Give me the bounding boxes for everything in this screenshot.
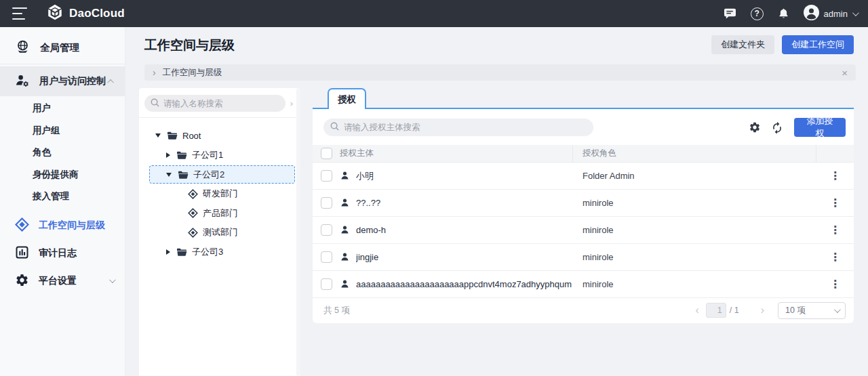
help-icon[interactable]: ?	[751, 7, 764, 20]
table-header-actions	[816, 145, 854, 162]
daocloud-cube-icon	[46, 3, 64, 24]
panel-toolbar: 添加授权	[313, 109, 854, 145]
tree-search-input[interactable]	[163, 99, 279, 108]
brand-name: DaoCloud	[69, 7, 125, 20]
page-size-select[interactable]: 10 项	[778, 302, 846, 319]
pagination: ‹ / 1 › 10 项	[692, 302, 846, 319]
tree-search-box[interactable]	[144, 95, 285, 112]
tree-node-root[interactable]: Root	[139, 126, 300, 146]
table-row[interactable]: 小明 Folder Admin ⋮	[313, 163, 854, 190]
tree-node-rd-department[interactable]: 研发部门	[139, 184, 300, 204]
workspace-diamond-icon	[188, 228, 198, 238]
tree-node-product-department[interactable]: 产品部门	[139, 204, 300, 224]
breadcrumb-item[interactable]: 工作空间与层级	[163, 67, 222, 79]
create-workspace-button[interactable]: 创建工作空间	[782, 35, 854, 54]
caret-down-icon[interactable]	[166, 173, 172, 177]
search-icon	[330, 121, 339, 133]
sidebar-item-workspace-hierarchy[interactable]: 工作空间与层级	[0, 212, 125, 239]
breadcrumb: › 工作空间与层级 ×	[144, 64, 856, 81]
divider	[0, 64, 125, 64]
sidebar-item-users[interactable]: 用户	[0, 98, 125, 120]
folder-icon	[178, 170, 189, 180]
table-row[interactable]: ??..?? minirole ⋮	[313, 190, 854, 217]
table-row[interactable]: demo-h minirole ⋮	[313, 217, 854, 244]
add-authorization-button[interactable]: 添加授权	[794, 118, 846, 137]
caret-down-icon[interactable]	[155, 133, 161, 138]
role-cell: minirole	[573, 217, 816, 243]
sidebar-item-identity-providers[interactable]: 身份提供商	[0, 164, 125, 186]
tree-node-test-department[interactable]: 测试部门	[139, 223, 300, 243]
brand-logo[interactable]: DaoCloud	[46, 3, 125, 24]
total-count: 共 5 项	[323, 305, 350, 316]
table-row[interactable]: jingjie minirole ⋮	[313, 244, 854, 271]
sidebar-item-user-groups[interactable]: 用户组	[0, 120, 125, 142]
topbar-right: ? admin	[724, 5, 868, 23]
header-buttons: 创建文件夹 创建工作空间	[711, 35, 854, 54]
column-label: 授权主体	[340, 148, 374, 159]
chevron-down-icon	[109, 276, 116, 283]
tree-node-subsidiary-2-selected[interactable]: 子公司2	[149, 165, 295, 184]
notifications-bell-icon[interactable]	[778, 7, 789, 20]
row-checkbox[interactable]	[321, 170, 332, 182]
tree-node-subsidiary-3[interactable]: 子公司3	[139, 243, 300, 262]
sidebar-item-platform-settings[interactable]: 平台设置	[0, 268, 125, 295]
hamburger-menu-icon[interactable]	[12, 7, 28, 20]
kebab-menu-icon[interactable]: ⋮	[830, 225, 841, 236]
scrollbar[interactable]	[296, 88, 300, 376]
sidebar-item-global-management[interactable]: 全局管理	[0, 33, 125, 62]
user-menu[interactable]: admin	[804, 5, 857, 23]
user-icon	[340, 198, 350, 208]
sidebar-item-roles[interactable]: 角色	[0, 142, 125, 164]
select-all-checkbox[interactable]	[321, 148, 332, 159]
hierarchy-tree: Root 子公司1 子公司2 研发部门	[139, 118, 300, 262]
tree-search-row: ›	[139, 88, 300, 117]
next-page-icon[interactable]: ›	[758, 304, 767, 316]
chevron-up-icon	[107, 79, 114, 85]
close-icon[interactable]: ×	[842, 68, 848, 78]
row-checkbox[interactable]	[321, 197, 332, 209]
tree-node-subsidiary-1[interactable]: 子公司1	[139, 146, 300, 165]
workspace-diamond-icon	[188, 208, 198, 218]
sidebar-item-users-access-control[interactable]: 用户与访问控制	[0, 66, 125, 96]
tree-node-label: 子公司3	[192, 246, 223, 258]
tree-node-label: 研发部门	[203, 188, 238, 200]
caret-right-icon[interactable]	[166, 152, 170, 158]
tree-node-label: 子公司1	[192, 149, 223, 161]
panel-tabs: 授权	[313, 88, 854, 109]
prev-page-icon[interactable]: ‹	[692, 304, 701, 316]
tab-authorization[interactable]: 授权	[328, 88, 366, 109]
sidebar-item-label: 审计日志	[39, 247, 77, 259]
avatar	[804, 5, 819, 23]
caret-right-icon[interactable]	[166, 249, 170, 255]
kebab-menu-icon[interactable]: ⋮	[830, 171, 841, 182]
row-checkbox[interactable]	[321, 251, 332, 263]
create-folder-button[interactable]: 创建文件夹	[711, 35, 774, 54]
kebab-menu-icon[interactable]: ⋮	[830, 279, 841, 290]
row-checkbox[interactable]	[321, 278, 332, 290]
user-icon	[340, 225, 350, 235]
role-cell: minirole	[573, 244, 816, 270]
kebab-menu-icon[interactable]: ⋮	[830, 252, 841, 263]
sidebar-item-audit-logs[interactable]: 审计日志	[0, 240, 125, 267]
kebab-menu-icon[interactable]: ⋮	[830, 198, 841, 209]
messages-icon[interactable]	[724, 8, 736, 20]
table-header-subject: 授权主体	[313, 145, 573, 162]
sidebar-item-label: 工作空间与层级	[39, 220, 105, 232]
settings-gear-icon[interactable]	[749, 121, 761, 133]
page-title: 工作空间与层级	[144, 37, 235, 54]
topbar: DaoCloud ? admin	[0, 0, 868, 27]
table-row[interactable]: aaaaaaaaaaaaaaaaaaaaaappcdnvt4moz7adhyyp…	[313, 271, 854, 298]
role-cell: minirole	[573, 190, 816, 216]
refresh-icon[interactable]	[771, 121, 783, 133]
page-number-input[interactable]	[706, 303, 726, 318]
authorization-panel: 添加授权 授权主体 授权角色 小明 Folder Admin ⋮	[313, 109, 854, 323]
user-icon	[340, 279, 350, 289]
sidebar-item-label: 全局管理	[40, 41, 79, 54]
search-icon	[151, 98, 159, 110]
role-cell: minirole	[573, 271, 816, 297]
sidebar-item-label: 平台设置	[39, 275, 77, 287]
authorization-search-box[interactable]	[323, 119, 593, 136]
row-checkbox[interactable]	[321, 224, 332, 236]
sidebar-item-access-management[interactable]: 接入管理	[0, 186, 125, 208]
authorization-search-input[interactable]	[344, 123, 587, 132]
